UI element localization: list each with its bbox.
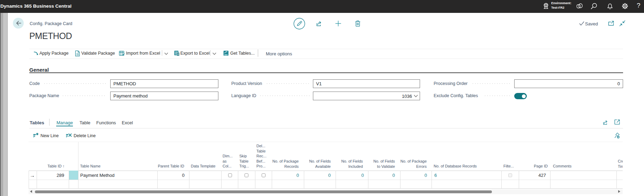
- svg-text:X: X: [177, 53, 179, 56]
